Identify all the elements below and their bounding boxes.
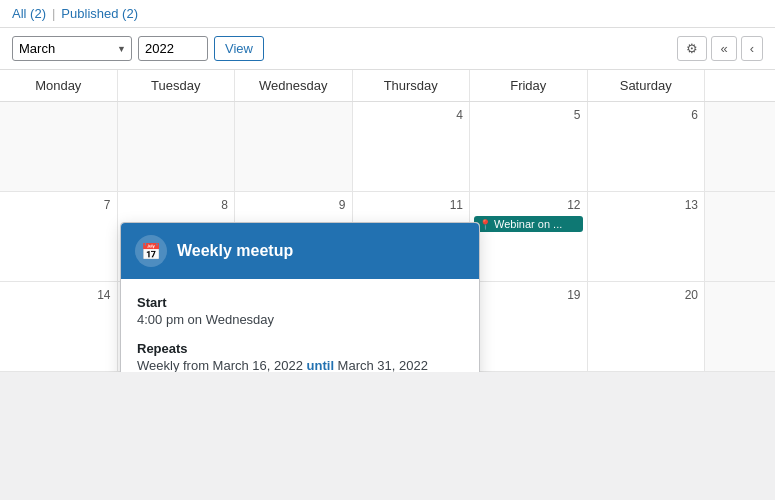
popup-repeats-until: until [307, 358, 334, 372]
popup-body: Start 4:00 pm on Wednesday Repeats Weekl… [121, 279, 479, 372]
header-thursday: Thursday [353, 70, 471, 101]
toolbar-right: ⚙ « ‹ [677, 36, 763, 61]
day-number-14: 14 [4, 286, 113, 304]
cell-day-13[interactable]: 13 [588, 192, 706, 282]
day-number-4: 4 [357, 106, 466, 124]
day-number-11: 11 [357, 196, 466, 214]
popup-repeats-value: Weekly from March 16, 2022 until March 3… [137, 358, 463, 372]
header-friday: Friday [470, 70, 588, 101]
popup-repeats-field: Repeats Weekly from March 16, 2022 until… [137, 341, 463, 372]
cell-empty-2 [118, 102, 236, 192]
cell-extra-row3 [705, 282, 775, 372]
day-number-8: 8 [122, 196, 231, 214]
calendar-body: 4 5 6 7 8 9 11 [0, 102, 775, 372]
calendar-container: Monday Tuesday Wednesday Thursday Friday… [0, 70, 775, 372]
nav-all-label: All [12, 6, 26, 21]
cell-extra-row2 [705, 192, 775, 282]
cell-day-14[interactable]: 14 [0, 282, 118, 372]
nav-separator: | [52, 6, 55, 21]
popup-start-field: Start 4:00 pm on Wednesday [137, 295, 463, 327]
nav-all-link[interactable]: All (2) [12, 6, 46, 21]
month-wrapper: March January February April [12, 36, 132, 61]
popup-repeats-post: March 31, 2022 [334, 358, 428, 372]
top-navigation: All (2) | Published (2) [0, 0, 775, 28]
nav-published-label: Published [61, 6, 118, 21]
prev-prev-button[interactable]: « [711, 36, 736, 61]
nav-all-count: (2) [30, 6, 46, 21]
cell-day-19[interactable]: 19 [470, 282, 588, 372]
day-number-7: 7 [4, 196, 113, 214]
year-input[interactable] [138, 36, 208, 61]
popup-repeats-label: Repeats [137, 341, 463, 356]
month-select[interactable]: March January February April [12, 36, 132, 61]
day-number-13: 13 [592, 196, 701, 214]
day-number-12: 12 [474, 196, 583, 214]
map-pin-icon: 📍 [479, 219, 491, 230]
calendar-row-2-wrapper: 7 8 9 11 12 📍 Webinar on ... [0, 192, 775, 282]
event-webinar[interactable]: 📍 Webinar on ... [474, 216, 583, 232]
cell-day-20[interactable]: 20 [588, 282, 706, 372]
toolbar: March January February April View ⚙ « ‹ [0, 28, 775, 70]
cell-empty-3 [235, 102, 353, 192]
settings-button[interactable]: ⚙ [677, 36, 707, 61]
header-saturday: Saturday [588, 70, 706, 101]
cell-day-5[interactable]: 5 [470, 102, 588, 192]
day-number-6: 6 [592, 106, 701, 124]
event-webinar-label: Webinar on ... [494, 218, 562, 230]
cell-day-12[interactable]: 12 📍 Webinar on ... [470, 192, 588, 282]
cell-day-7[interactable]: 7 [0, 192, 118, 282]
header-extra [705, 70, 775, 101]
popup-header: 📅 Weekly meetup [121, 223, 479, 279]
popup-start-value: 4:00 pm on Wednesday [137, 312, 463, 327]
calendar-header: Monday Tuesday Wednesday Thursday Friday… [0, 70, 775, 102]
cell-extra-row1 [705, 102, 775, 192]
cell-day-4[interactable]: 4 [353, 102, 471, 192]
view-button[interactable]: View [214, 36, 264, 61]
calendar-icon: 📅 [141, 242, 161, 261]
day-number-19: 19 [474, 286, 583, 304]
day-number-9: 9 [239, 196, 348, 214]
prev-button[interactable]: ‹ [741, 36, 763, 61]
popup-repeats-pre: Weekly from March 16, 2022 [137, 358, 307, 372]
day-number-5: 5 [474, 106, 583, 124]
header-monday: Monday [0, 70, 118, 101]
popup-title: Weekly meetup [177, 242, 293, 260]
header-wednesday: Wednesday [235, 70, 353, 101]
day-number-20: 20 [592, 286, 701, 304]
nav-published-count: (2) [122, 6, 138, 21]
cell-empty-1 [0, 102, 118, 192]
header-tuesday: Tuesday [118, 70, 236, 101]
calendar-row-1: 4 5 6 [0, 102, 775, 192]
nav-published-link[interactable]: Published (2) [61, 6, 138, 21]
cell-day-6[interactable]: 6 [588, 102, 706, 192]
popup-start-label: Start [137, 295, 463, 310]
popup-calendar-icon: 📅 [135, 235, 167, 267]
event-popup: 📅 Weekly meetup Start 4:00 pm on Wednesd… [120, 222, 480, 372]
